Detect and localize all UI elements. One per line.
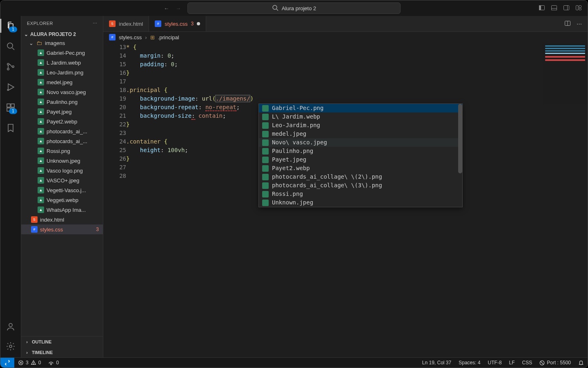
status-language[interactable]: CSS [519, 360, 536, 366]
image-icon: ▲ [38, 197, 44, 203]
image-icon: ▲ [38, 108, 44, 115]
encoding-label: UTF-8 [488, 360, 502, 366]
sidebar-more-icon[interactable]: ⋯ [93, 21, 98, 26]
file-icon [262, 191, 269, 197]
file-item[interactable]: ▲Vegetti-Vasco.j... [21, 185, 103, 195]
status-liveserver[interactable]: Port : 5500 [536, 360, 575, 366]
suggestion-item[interactable]: medel.jpeg [259, 130, 462, 138]
status-notifications[interactable] [575, 360, 588, 366]
file-item[interactable]: ▲photocards_ai_... [21, 136, 103, 146]
file-item[interactable]: ▲Payet2.webp [21, 117, 103, 126]
svg-point-17 [7, 90, 8, 90]
suggestion-item[interactable]: Novo\ vasco.jpeg [259, 138, 462, 147]
folder-root[interactable]: ⌄ ALURA PROJETO 2 [21, 31, 103, 38]
image-icon: ▲ [38, 99, 44, 105]
toggle-panel-icon[interactable] [551, 4, 557, 12]
activity-search[interactable] [5, 40, 16, 52]
error-count: 3 [26, 360, 29, 366]
timeline-section[interactable]: ›TIMELINE [21, 347, 103, 358]
more-actions-icon[interactable]: ⋯ [577, 21, 582, 27]
file-item[interactable]: ▲Rossi.png [21, 146, 103, 156]
back-icon[interactable]: ← [164, 5, 169, 11]
svg-point-13 [7, 63, 9, 65]
editor-tab[interactable]: #styles.css3 [149, 16, 206, 31]
suggestion-item[interactable]: Unknown.jpeg [259, 198, 462, 207]
status-ports[interactable]: 0 [45, 360, 62, 366]
root-label: ALURA PROJETO 2 [30, 31, 76, 37]
activity-source-control[interactable] [5, 61, 16, 72]
file-label: VASCO+.jpeg [47, 177, 79, 184]
file-label: Paulinho.png [47, 99, 78, 105]
customize-layout-icon[interactable] [575, 4, 582, 12]
activity-bookmarks[interactable] [5, 122, 16, 134]
suggestion-item[interactable]: Leo-Jardim.png [259, 121, 462, 130]
suggestion-item[interactable]: Gabriel-Pec.png [259, 104, 462, 112]
tab-problem-badge: 3 [191, 21, 194, 27]
suggestion-scrollbar[interactable] [458, 104, 462, 207]
file-item[interactable]: ▲Payet.jpeg [21, 107, 103, 117]
status-problems[interactable]: 3 0 [14, 360, 45, 366]
css-icon: # [155, 20, 161, 27]
breadcrumb[interactable]: # styles.css › ⊞ .principal [103, 32, 588, 43]
file-item[interactable]: ▲Unknown.jpeg [21, 156, 103, 166]
forward-icon[interactable]: → [176, 5, 181, 11]
file-icon [262, 165, 269, 172]
file-label: Payet2.webp [47, 119, 77, 125]
search-icon [272, 4, 278, 12]
file-item[interactable]: #styles.css3 [21, 224, 103, 234]
remote-indicator[interactable] [0, 358, 14, 368]
status-eol[interactable]: LF [506, 360, 519, 366]
workbench: 1 1 EXPLORER ⋯ [0, 16, 588, 358]
activity-extensions[interactable]: 1 [5, 102, 16, 113]
outline-section[interactable]: ›OUTLINE [21, 337, 103, 347]
suggestion-widget[interactable]: Gabriel-Pec.pngL\ Jardim.webpLeo-Jardim.… [258, 103, 463, 207]
svg-line-12 [12, 48, 14, 50]
file-item[interactable]: ▲Leo-Jardim.png [21, 67, 103, 77]
file-item[interactable]: ▲medel.jpeg [21, 77, 103, 87]
activity-explorer[interactable]: 1 [5, 20, 16, 31]
svg-rect-18 [7, 104, 10, 107]
svg-rect-9 [579, 5, 581, 7]
file-item[interactable]: ▲Paulinho.png [21, 97, 103, 107]
suggestion-item[interactable]: Payet2.webp [259, 164, 462, 173]
file-item[interactable]: ▲VASCO+.jpeg [21, 175, 103, 185]
code-editor[interactable]: 13141516171819202122232425262728 * { mar… [103, 43, 588, 358]
toggle-secondary-sidebar-icon[interactable] [563, 4, 570, 12]
image-icon: ▲ [38, 79, 44, 85]
toggle-primary-sidebar-icon[interactable] [539, 4, 545, 12]
split-editor-icon[interactable] [564, 20, 571, 28]
svg-line-33 [541, 361, 544, 364]
status-encoding[interactable]: UTF-8 [484, 360, 506, 366]
suggestion-item[interactable]: Paulinho.png [259, 147, 462, 155]
file-item[interactable]: 5index.html [21, 215, 103, 224]
html-icon: 5 [109, 20, 116, 27]
editor-tab[interactable]: 5index.html [103, 16, 149, 31]
suggestion-item[interactable]: Payet.jpeg [259, 155, 462, 164]
suggestion-item[interactable]: L\ Jardim.webp [259, 112, 462, 121]
file-item[interactable]: ▲Novo vasco.jpeg [21, 87, 103, 97]
file-item[interactable]: ▲Veggeti.webp [21, 195, 103, 205]
suggestion-label: Payet.jpeg [272, 155, 306, 164]
activity-run-debug[interactable] [5, 81, 16, 93]
suggestion-item[interactable]: photocards_ai_collage\ \(3\).png [259, 181, 462, 190]
command-center[interactable]: Alura projeto 2 [187, 2, 401, 14]
minimap[interactable] [543, 43, 588, 358]
css-icon: # [109, 34, 116, 40]
file-item[interactable]: ▲photocards_ai_... [21, 126, 103, 136]
status-indent[interactable]: Spaces: 4 [455, 360, 484, 366]
tab-label: index.html [119, 21, 143, 27]
suggestion-item[interactable]: photocards_ai_collage\ \(2\).png [259, 173, 462, 181]
file-item[interactable]: ▲WhatsApp Ima... [21, 205, 103, 215]
activity-settings[interactable] [5, 341, 16, 352]
suggestion-label: Novo\ vasco.jpeg [272, 138, 327, 147]
suggestion-item[interactable]: Rossi.png [259, 190, 462, 198]
file-item[interactable]: ▲L Jardim.webp [21, 58, 103, 67]
activity-accounts[interactable] [5, 321, 16, 332]
sidebar-sections: ›OUTLINE ›TIMELINE [21, 336, 103, 358]
file-item[interactable]: ▲Vasco logo.png [21, 166, 103, 175]
eol-label: LF [509, 360, 515, 366]
status-cursor[interactable]: Ln 19, Col 37 [419, 360, 455, 366]
file-item[interactable]: ▲Gabriel-Pec.png [21, 48, 103, 58]
folder-imagens[interactable]: ⌄ 🗀 imagens [21, 38, 103, 48]
outline-label: OUTLINE [32, 339, 51, 344]
